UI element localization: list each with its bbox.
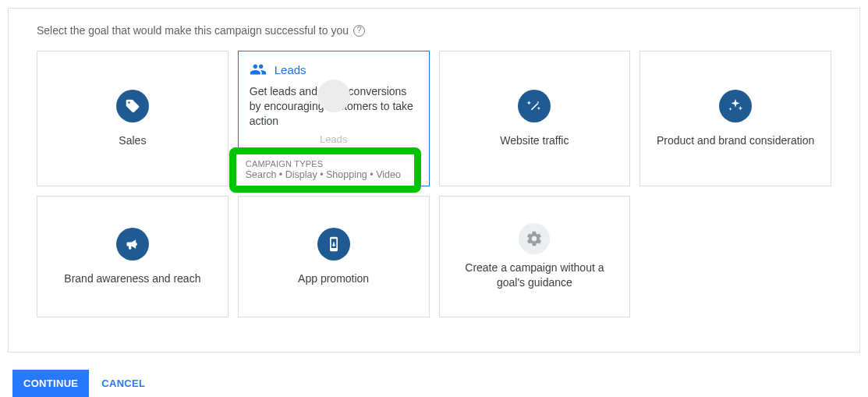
goal-card-leads[interactable]: Leads Get leads and other conversions by… (238, 51, 430, 186)
campaign-types-list: Search • Display • Shopping • Video (246, 169, 408, 180)
goal-grid-row2: Brand awareness and reach App promotion … (37, 196, 831, 317)
goal-label: Product and brand consideration (644, 133, 827, 148)
phone-download-icon (317, 228, 350, 261)
wand-icon (518, 90, 551, 122)
goal-card-app-promotion[interactable]: App promotion (238, 196, 430, 317)
goal-label: Sales (106, 133, 158, 148)
tag-icon (116, 90, 149, 122)
leads-header: Leads (250, 61, 418, 78)
ghost-icon (317, 80, 350, 112)
goal-label: Brand awareness and reach (51, 271, 213, 286)
goal-card-product-brand[interactable]: Product and brand consideration (639, 51, 831, 186)
goal-card-brand-awareness[interactable]: Brand awareness and reach (37, 196, 229, 317)
empty-cell (639, 196, 831, 317)
goal-label: Create a campaign without a goal's guida… (440, 261, 630, 290)
cancel-button[interactable]: CANCEL (101, 378, 145, 389)
help-icon[interactable]: ? (353, 25, 365, 37)
goal-card-website-traffic[interactable]: Website traffic (439, 51, 631, 186)
people-icon (250, 61, 267, 78)
sparkle-icon (719, 90, 752, 122)
campaign-types-highlight: CAMPAIGN TYPES Search • Display • Shoppi… (229, 147, 421, 193)
leads-title: Leads (275, 63, 306, 76)
goal-card-sales[interactable]: Sales (37, 51, 229, 186)
campaign-types-heading: CAMPAIGN TYPES (246, 159, 408, 168)
goal-label: Website traffic (487, 133, 581, 148)
gear-icon (519, 223, 550, 254)
action-bar: CONTINUE CANCEL (8, 370, 860, 397)
goal-card-no-goal[interactable]: Create a campaign without a goal's guida… (439, 196, 631, 317)
leads-ghost-label: Leads (250, 133, 418, 145)
goal-panel: Select the goal that would make this cam… (8, 8, 860, 353)
goal-label: App promotion (285, 271, 381, 286)
megaphone-icon (116, 228, 149, 261)
panel-heading: Select the goal that would make this cam… (37, 24, 349, 37)
heading-row: Select the goal that would make this cam… (37, 24, 831, 37)
goal-grid: Sales Leads Get leads and other conversi… (37, 51, 831, 186)
continue-button[interactable]: CONTINUE (12, 370, 89, 397)
